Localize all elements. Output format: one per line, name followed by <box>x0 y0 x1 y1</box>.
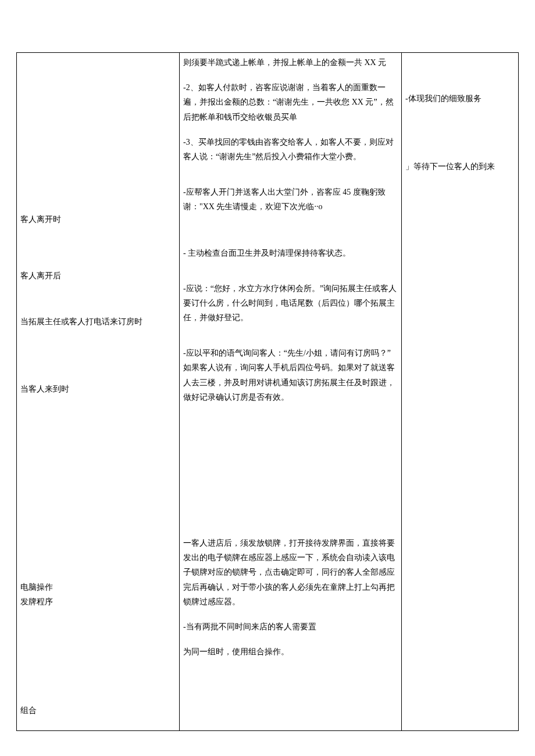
action-text: 为同一组时，使用组合操作。 <box>183 644 398 659</box>
col-situation: 客人离开时 客人离开后 当拓展主任或客人打电话来订房时 当客人来到时 电 <box>17 53 180 730</box>
action-text: 则须要半跪式递上帐单，并报上帐单上的金额一共 XX 元 <box>183 55 398 70</box>
action-text: -应以平和的语气询问客人：“先生/小姐，请问有订房吗？”如果客人说有，询问客人手… <box>183 346 398 404</box>
action-text: 一客人进店后，须发放锁牌，打开接待发牌界面，直接将要发出的电子锁牌在感应器上感应… <box>183 536 398 609</box>
situation-label: 组合 <box>20 703 176 718</box>
action-text: -当有两批不同时间来店的客人需要置 <box>183 619 398 634</box>
note-text: 」等待下一位客人的到来 <box>405 159 515 174</box>
note-text: -体现我们的细致服务 <box>405 91 515 106</box>
col-action: 则须要半跪式递上帐单，并报上帐单上的金额一共 XX 元 -2、如客人付款时，咨客… <box>180 53 402 730</box>
action-text: - 主动检查台面卫生并及时清理保持待客状态。 <box>183 246 398 260</box>
situation-label: 客人离开后 <box>20 268 176 283</box>
service-procedure-table: 客人离开时 客人离开后 当拓展主任或客人打电话来订房时 当客人来到时 电 <box>16 52 519 731</box>
action-text: -应说：“您好，水立方水疗休闲会所。”询问拓展主任或客人要订什么房，什么时间到，… <box>183 281 398 325</box>
situation-label: 客人离开时 <box>20 212 176 227</box>
situation-label: 当客人来到时 <box>20 382 176 396</box>
situation-label: 当拓展主任或客人打电话来订房时 <box>20 314 176 329</box>
action-text: -3、买单找回的零钱由咨客交给客人，如客人不要，则应对客人说：“谢谢先生”然后投… <box>183 135 398 164</box>
col-notes: -体现我们的细致服务 」等待下一位客人的到来 <box>402 53 518 730</box>
action-text: -应帮客人开门并送客人出大堂门外，咨客应 45 度鞠躬致谢："XX 先生请慢走，… <box>183 185 398 214</box>
situation-label: 发牌程序 <box>20 594 176 609</box>
situation-label: 电脑操作 <box>20 580 176 594</box>
table-row: 客人离开时 客人离开后 当拓展主任或客人打电话来订房时 当客人来到时 电 <box>17 53 518 730</box>
action-text: -2、如客人付款时，咨客应说谢谢，当着客人的面重数一遍，并报出金额的总数：“谢谢… <box>183 80 398 124</box>
